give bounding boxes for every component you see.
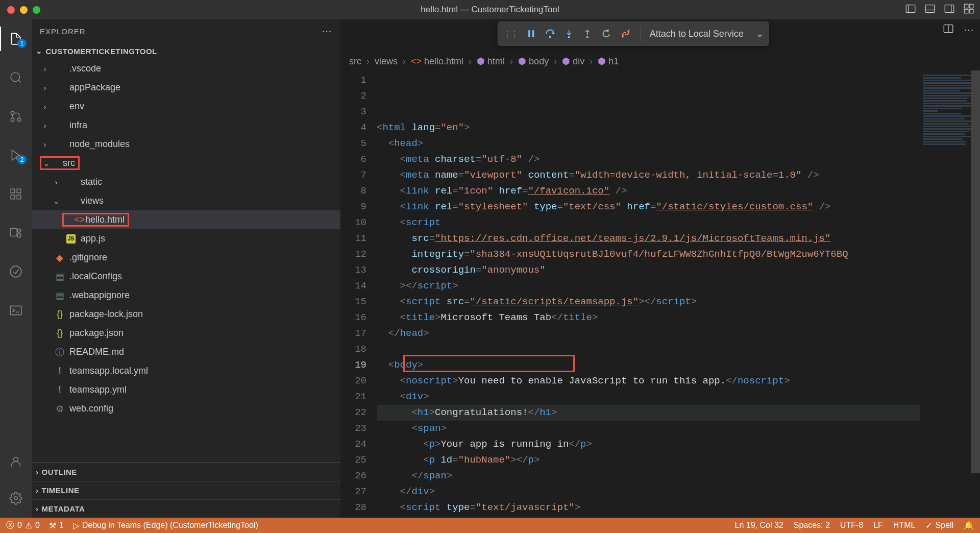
tree-item-views[interactable]: ⌄views <box>32 191 340 210</box>
settings-activity[interactable] <box>0 486 32 511</box>
tree-item--gitignore[interactable]: ◆.gitignore <box>32 248 340 267</box>
minimap[interactable] <box>920 70 971 518</box>
step-into-button[interactable] <box>565 29 574 38</box>
section-timeline[interactable]: ›TIMELINE <box>32 481 340 499</box>
tree-item-static[interactable]: ›static <box>32 173 340 191</box>
code-line[interactable]: <noscript>You need to enable JavaScript … <box>377 373 920 389</box>
tree-item-web-config[interactable]: ⚙web.config <box>32 399 340 418</box>
code-line[interactable]: </head> <box>377 326 920 342</box>
code-line[interactable]: </span> <box>377 468 920 484</box>
tree-item-package-json[interactable]: {}package.json <box>32 324 340 343</box>
tree-item-src[interactable]: ⌄src <box>32 154 340 173</box>
breadcrumb-item[interactable]: ⬢ h1 <box>598 56 619 67</box>
debug-toolbar[interactable]: ⋮⋮ Attach to Local Service ⌄ <box>498 21 769 46</box>
code-line[interactable]: <p>Your app is running in</p> <box>377 437 920 452</box>
code-line[interactable]: <script <box>377 215 920 231</box>
code-line[interactable]: <div> <box>377 389 920 405</box>
encoding-status[interactable]: UTF-8 <box>840 521 863 530</box>
code-content[interactable]: <html lang="en"> <head> <meta charset="u… <box>377 70 920 518</box>
tree-item--vscode[interactable]: ›.vscode <box>32 59 340 78</box>
tree-item-apppackage[interactable]: ›appPackage <box>32 78 340 97</box>
breadcrumb-item[interactable]: views <box>375 56 398 67</box>
terminal-activity[interactable] <box>0 298 32 323</box>
tree-item-env[interactable]: ›env <box>32 97 340 116</box>
accounts-activity[interactable] <box>0 449 32 474</box>
tree-item--localconfigs[interactable]: ▤.localConfigs <box>32 267 340 286</box>
breadcrumb[interactable]: src›views›<> hello.html›⬢ html›⬢ body›⬢ … <box>341 52 980 70</box>
spell-status[interactable]: ✓Spell <box>925 521 953 530</box>
pause-button[interactable] <box>527 29 536 38</box>
breadcrumb-item[interactable]: src <box>349 56 361 67</box>
debug-status[interactable]: ▷Debug in Teams (Edge) (CustomerTicketin… <box>73 521 258 530</box>
code-line[interactable]: <head> <box>377 136 920 152</box>
code-line[interactable]: <link rel="stylesheet" type="text/css" h… <box>377 199 920 215</box>
tree-item-teamsapp-local-yml[interactable]: !teamsapp.local.yml <box>32 361 340 380</box>
section-outline[interactable]: ›OUTLINE <box>32 463 340 481</box>
section-metadata[interactable]: ›METADATA <box>32 499 340 518</box>
breadcrumb-item[interactable]: <> hello.html <box>411 56 463 67</box>
tree-item-teamsapp-yml[interactable]: !teamsapp.yml <box>32 380 340 399</box>
code-line[interactable]: <p id="hubName"></p> <box>377 452 920 468</box>
breadcrumb-item[interactable]: ⬢ html <box>477 56 505 67</box>
notifications-icon[interactable]: 🔔 <box>964 521 974 530</box>
scm-activity[interactable] <box>0 104 32 129</box>
customize-layout-icon[interactable] <box>964 4 974 16</box>
code-line[interactable]: <script type="text/javascript"> <box>377 500 920 516</box>
tree-item--webappignore[interactable]: ▤.webappignore <box>32 286 340 305</box>
editor-more-icon[interactable]: ⋯ <box>964 23 974 36</box>
tree-item-hello-html[interactable]: <>hello.html <box>32 210 340 229</box>
code-line[interactable] <box>377 342 920 357</box>
breadcrumb-item[interactable]: ⬢ div <box>562 56 584 67</box>
code-line[interactable]: integrity="sha384-xnsUQ1tUqsrutBJl0vuf4/… <box>377 247 920 262</box>
code-line[interactable]: <script src="/static/scripts/teamsapp.js… <box>377 294 920 310</box>
split-editor-icon[interactable] <box>943 23 953 36</box>
code-line[interactable]: // Hide the loading indicator <box>377 516 920 518</box>
minimize-window-button[interactable] <box>20 6 28 14</box>
teams-activity[interactable] <box>0 221 32 245</box>
layout-panel-icon[interactable] <box>925 4 935 16</box>
code-line[interactable]: <meta charset="utf-8" /> <box>377 152 920 167</box>
code-editor[interactable]: 1234567891011121314151617181920212223242… <box>341 70 980 518</box>
close-window-button[interactable] <box>7 6 15 14</box>
debug-config-select[interactable]: Attach to Local Service ⌄ <box>650 28 764 39</box>
code-line[interactable]: <span> <box>377 421 920 437</box>
language-status[interactable]: HTML <box>893 521 916 530</box>
project-header[interactable]: ⌄ CUSTOMERTICKETINGTOOL <box>32 43 340 59</box>
disconnect-button[interactable] <box>621 29 631 39</box>
tree-item-package-lock-json[interactable]: {}package-lock.json <box>32 305 340 324</box>
debug-activity[interactable]: 2 <box>0 143 32 167</box>
code-line[interactable]: src="https://res.cdn.office.net/teams-js… <box>377 231 920 247</box>
tree-item-readme-md[interactable]: ⓘREADME.md <box>32 343 340 361</box>
code-line[interactable]: ></script> <box>377 278 920 294</box>
tree-item-node-modules[interactable]: ›node_modules <box>32 135 340 154</box>
layout-primary-sidebar-icon[interactable] <box>905 4 916 16</box>
sidebar-more-icon[interactable]: ⋯ <box>322 25 332 37</box>
indentation-status[interactable]: Spaces: 2 <box>794 521 830 530</box>
search-activity[interactable] <box>0 65 32 90</box>
breadcrumb-item[interactable]: ⬢ body <box>518 56 549 67</box>
tree-item-app-js[interactable]: JSapp.js <box>32 229 340 248</box>
tree-item-infra[interactable]: ›infra <box>32 116 340 135</box>
step-over-button[interactable] <box>545 29 555 39</box>
extensions-activity[interactable] <box>0 182 32 206</box>
grip-icon[interactable]: ⋮⋮ <box>503 29 518 39</box>
restart-button[interactable] <box>601 29 611 39</box>
code-line[interactable]: </div> <box>377 484 920 500</box>
code-line[interactable]: <body> <box>377 357 920 373</box>
ports-status[interactable]: ⚒1 <box>49 521 64 530</box>
scroll-thumb[interactable] <box>971 70 980 473</box>
code-line[interactable]: <meta name="viewport" content="width=dev… <box>377 167 920 183</box>
code-line[interactable]: <html lang="en"> <box>377 120 920 136</box>
code-line[interactable]: <h1>Congratulations!</h1> <box>377 405 920 421</box>
eol-status[interactable]: LF <box>873 521 883 530</box>
layout-secondary-sidebar-icon[interactable] <box>944 4 954 16</box>
code-line[interactable]: <title>Microsoft Teams Tab</title> <box>377 310 920 326</box>
explorer-activity[interactable]: 1 <box>0 27 32 51</box>
cursor-position[interactable]: Ln 19, Col 32 <box>735 521 783 530</box>
code-line[interactable]: <link rel="icon" href="/favicon.ico" /> <box>377 183 920 199</box>
maximize-window-button[interactable] <box>33 6 40 14</box>
check-activity[interactable] <box>0 259 32 284</box>
step-out-button[interactable] <box>583 29 592 38</box>
problems-status[interactable]: ⓧ0 ⚠0 <box>6 520 40 531</box>
vertical-scrollbar[interactable] <box>971 70 980 518</box>
